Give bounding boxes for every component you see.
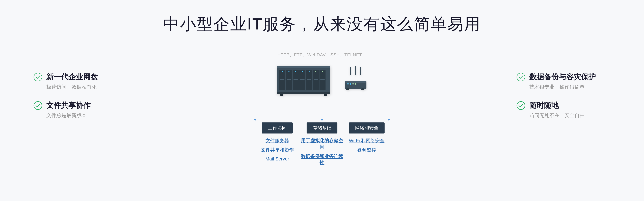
branch-structure: 工作协同 文件服务器 文件共享和协作 Mail Server 存储基础 用于虚拟… bbox=[242, 111, 402, 166]
top-section: HTTP、FTP、WebDAV、SSH、TELNET… bbox=[275, 52, 369, 111]
link-video-monitoring[interactable]: 视频监控 bbox=[358, 147, 376, 153]
svg-point-33 bbox=[347, 83, 349, 85]
link-mail-server[interactable]: Mail Server bbox=[266, 156, 289, 162]
content-area: 新一代企业网盘 极速访问，数据私有化 文件共享协作 文件总是最新版本 bbox=[34, 52, 610, 166]
svg-rect-3 bbox=[277, 66, 330, 68]
stems-row bbox=[255, 111, 389, 120]
column-storage: 存储基础 用于虚拟化的存储空间 数据备份和业务连续性 bbox=[300, 122, 344, 166]
svg-rect-12 bbox=[287, 79, 291, 80]
protocol-label: HTTP、FTP、WebDAV、SSH、TELNET… bbox=[278, 52, 366, 58]
svg-point-19 bbox=[288, 71, 290, 72]
svg-rect-25 bbox=[277, 92, 330, 94]
stem-3 bbox=[389, 111, 389, 120]
svg-point-40 bbox=[517, 102, 525, 110]
svg-rect-32 bbox=[345, 81, 366, 83]
feature-enterprise-text: 新一代企业网盘 极速访问，数据私有化 bbox=[46, 72, 98, 90]
svg-point-1 bbox=[34, 102, 42, 110]
svg-rect-37 bbox=[346, 88, 349, 90]
link-backup-continuity[interactable]: 数据备份和业务连续性 bbox=[300, 153, 344, 166]
feature-file-sharing: 文件共享协作 文件总是最新版本 bbox=[34, 100, 128, 119]
router-device bbox=[342, 66, 369, 93]
svg-point-35 bbox=[352, 83, 354, 85]
svg-point-18 bbox=[282, 71, 283, 72]
stem-col-3 bbox=[389, 111, 389, 120]
feature-backup-subtitle: 技术很专业，操作很简单 bbox=[529, 84, 596, 90]
svg-point-39 bbox=[517, 73, 525, 81]
svg-rect-13 bbox=[294, 79, 298, 80]
col-links-network: Wi-Fi 和网络安全 视频监控 bbox=[349, 138, 384, 153]
svg-rect-30 bbox=[360, 67, 361, 75]
svg-rect-11 bbox=[280, 79, 284, 80]
svg-rect-14 bbox=[300, 79, 304, 80]
column-network-security: 网络和安全 Wi-Fi 和网络安全 视频监控 bbox=[344, 122, 389, 166]
svg-rect-16 bbox=[314, 79, 318, 80]
feature-backup-text: 数据备份与容灾保护 技术很专业，操作很简单 bbox=[529, 72, 596, 90]
feature-anywhere-text: 随时随地 访问无处不在，安全自由 bbox=[529, 100, 585, 119]
col-header-storage: 存储基础 bbox=[306, 122, 338, 134]
svg-point-0 bbox=[34, 73, 42, 81]
link-file-server[interactable]: 文件服务器 bbox=[266, 138, 289, 144]
feature-enterprise-subtitle: 极速访问，数据私有化 bbox=[46, 84, 98, 90]
link-file-sharing[interactable]: 文件共享和协作 bbox=[261, 147, 294, 153]
stem-2 bbox=[322, 111, 322, 120]
svg-rect-15 bbox=[307, 79, 311, 80]
right-features: 数据备份与容灾保护 技术很专业，操作很简单 随时随地 访问无处不在，安全自由 bbox=[516, 52, 610, 119]
check-icon-file-sharing bbox=[34, 101, 42, 110]
svg-point-20 bbox=[295, 71, 296, 72]
feature-anywhere: 随时随地 访问无处不在，安全自由 bbox=[516, 100, 610, 119]
stem-col-1 bbox=[255, 111, 255, 120]
svg-point-23 bbox=[315, 71, 316, 72]
check-icon-enterprise bbox=[34, 73, 42, 81]
page-wrapper: 中小型企业IT服务，从来没有这么简单易用 新一代企业网盘 极速访问，数据私有化 bbox=[0, 0, 644, 201]
svg-rect-29 bbox=[355, 66, 356, 75]
nas-device bbox=[275, 61, 332, 98]
center-diagram: HTTP、FTP、WebDAV、SSH、TELNET… bbox=[128, 52, 516, 166]
feature-file-sharing-title: 文件共享协作 bbox=[46, 100, 90, 110]
feature-backup: 数据备份与容灾保护 技术很专业，操作很简单 bbox=[516, 72, 610, 90]
link-wifi-security[interactable]: Wi-Fi 和网络安全 bbox=[349, 138, 384, 144]
col-links-storage: 用于虚拟化的存储空间 数据备份和业务连续性 bbox=[300, 138, 344, 166]
check-icon-anywhere bbox=[516, 101, 525, 110]
feature-enterprise-disk: 新一代企业网盘 极速访问，数据私有化 bbox=[34, 72, 128, 90]
center-top-line bbox=[322, 104, 322, 111]
col-header-work-collab: 工作协同 bbox=[262, 122, 293, 134]
feature-backup-title: 数据备份与容灾保护 bbox=[529, 72, 596, 82]
col-links-work-collab: 文件服务器 文件共享和协作 Mail Server bbox=[261, 138, 294, 162]
svg-rect-17 bbox=[320, 79, 325, 80]
column-work-collab: 工作协同 文件服务器 文件共享和协作 Mail Server bbox=[255, 122, 300, 166]
svg-point-24 bbox=[322, 71, 323, 72]
feature-file-sharing-text: 文件共享协作 文件总是最新版本 bbox=[46, 100, 90, 119]
stem-col-2 bbox=[322, 111, 322, 120]
columns-row: 工作协同 文件服务器 文件共享和协作 Mail Server 存储基础 用于虚拟… bbox=[255, 122, 389, 166]
feature-anywhere-subtitle: 访问无处不在，安全自由 bbox=[529, 112, 585, 119]
stem-1 bbox=[255, 111, 255, 120]
svg-point-36 bbox=[355, 83, 356, 85]
col-header-network: 网络和安全 bbox=[349, 122, 384, 134]
left-features: 新一代企业网盘 极速访问，数据私有化 文件共享协作 文件总是最新版本 bbox=[34, 52, 128, 119]
feature-enterprise-title: 新一代企业网盘 bbox=[46, 72, 98, 82]
svg-rect-28 bbox=[350, 67, 351, 75]
svg-point-22 bbox=[308, 71, 310, 72]
link-virtualization[interactable]: 用于虚拟化的存储空间 bbox=[300, 138, 344, 150]
feature-file-sharing-subtitle: 文件总是最新版本 bbox=[46, 112, 90, 119]
svg-point-21 bbox=[302, 71, 303, 72]
svg-rect-27 bbox=[324, 94, 327, 96]
svg-rect-38 bbox=[362, 88, 364, 90]
svg-rect-26 bbox=[280, 94, 284, 96]
page-title: 中小型企业IT服务，从来没有这么简单易用 bbox=[163, 13, 481, 35]
feature-anywhere-title: 随时随地 bbox=[529, 100, 585, 110]
devices-row bbox=[275, 61, 369, 98]
svg-point-34 bbox=[350, 83, 351, 85]
check-icon-backup bbox=[516, 73, 525, 81]
